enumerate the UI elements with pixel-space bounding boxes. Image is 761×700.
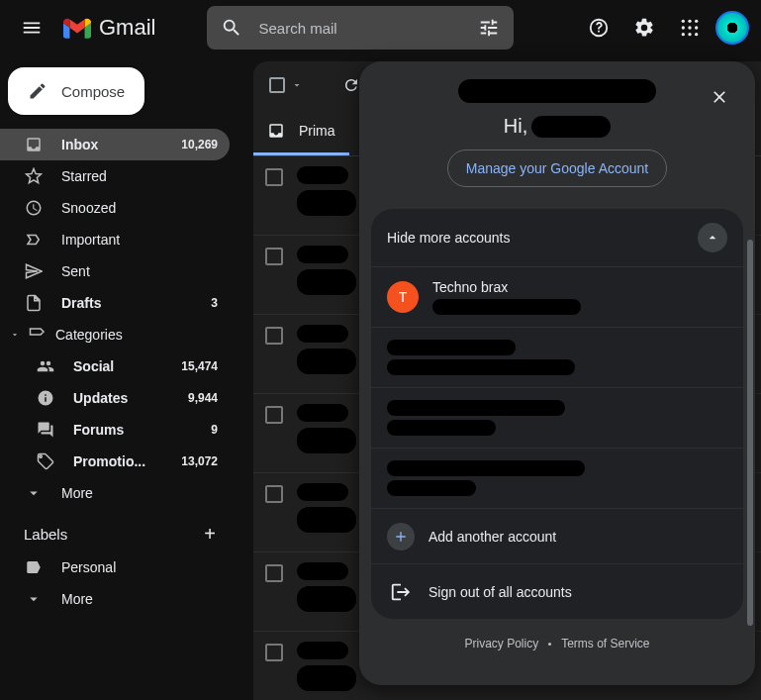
- search-input[interactable]: [248, 20, 472, 37]
- account-avatar-button[interactable]: [715, 11, 749, 45]
- close-icon: [710, 87, 729, 107]
- inbox-icon: [267, 122, 285, 140]
- search-icon: [221, 17, 242, 39]
- popup-footer: Privacy Policy Terms of Service: [359, 619, 755, 668]
- sidebar-item-more[interactable]: More: [0, 583, 230, 615]
- accounts-section: Hide more accounts T Techno brax: [371, 209, 743, 619]
- svg-point-1: [688, 20, 691, 23]
- manage-account-button[interactable]: Manage your Google Account: [447, 150, 667, 187]
- forum-icon: [36, 421, 55, 439]
- info-icon: [36, 389, 55, 407]
- file-icon: [24, 294, 44, 312]
- apps-grid-icon: [680, 18, 700, 38]
- star-icon: [24, 167, 44, 185]
- caret-down-icon[interactable]: [291, 79, 303, 91]
- compose-label: Compose: [61, 83, 125, 100]
- app-header: Gmail: [0, 0, 761, 55]
- inbox-icon: [24, 136, 44, 153]
- redacted-name: [531, 116, 611, 138]
- chevron-up-icon: [705, 230, 720, 246]
- terms-link[interactable]: Terms of Service: [561, 637, 649, 650]
- hide-accounts-toggle[interactable]: Hide more accounts: [371, 209, 743, 266]
- sidebar-item-more[interactable]: More: [0, 477, 230, 509]
- header-actions: [579, 8, 749, 48]
- account-name: Techno brax: [432, 279, 581, 295]
- tune-icon: [478, 17, 500, 39]
- search-button[interactable]: [215, 8, 248, 48]
- tag-icon: [36, 452, 55, 470]
- svg-point-0: [682, 20, 685, 23]
- svg-point-6: [682, 33, 685, 36]
- gmail-logo[interactable]: Gmail: [63, 15, 155, 41]
- account-item-redacted-2[interactable]: [371, 387, 743, 448]
- mail-checkbox[interactable]: [265, 327, 283, 345]
- refresh-icon[interactable]: [342, 76, 360, 94]
- sign-out-button[interactable]: Sign out of all accounts: [371, 563, 743, 619]
- sidebar-item-forums[interactable]: Forums 9: [0, 414, 230, 446]
- gear-icon: [633, 17, 655, 39]
- mail-checkbox[interactable]: [265, 564, 283, 582]
- account-item-techno-brax[interactable]: T Techno brax: [371, 266, 743, 327]
- compose-button[interactable]: Compose: [8, 67, 144, 115]
- sidebar-item-updates[interactable]: Updates 9,944: [0, 382, 230, 414]
- svg-point-5: [695, 26, 698, 29]
- sidebar-item-inbox[interactable]: Inbox 10,269: [0, 129, 230, 160]
- support-button[interactable]: [579, 8, 618, 48]
- account-item-redacted-3[interactable]: [371, 448, 743, 508]
- clock-icon: [24, 199, 44, 217]
- chev-icon: [24, 484, 44, 502]
- settings-button[interactable]: [624, 8, 664, 48]
- pencil-icon: [28, 81, 48, 101]
- svg-point-4: [688, 26, 691, 29]
- search-options-button[interactable]: [472, 8, 506, 48]
- label-icon: [24, 558, 44, 576]
- send-icon: [24, 262, 44, 280]
- svg-point-7: [688, 33, 691, 36]
- greeting: Hi,: [504, 115, 611, 138]
- svg-point-3: [682, 26, 685, 29]
- redacted-email: [458, 79, 656, 103]
- google-apps-button[interactable]: [670, 8, 710, 48]
- account-avatar: T: [387, 281, 419, 313]
- mail-checkbox[interactable]: [265, 644, 283, 661]
- sidebar-item-promotio-[interactable]: Promotio... 13,072: [0, 446, 230, 477]
- important-icon: [24, 231, 44, 249]
- svg-point-8: [695, 33, 698, 36]
- redacted-account-email: [432, 299, 581, 315]
- account-item-redacted-1[interactable]: [371, 327, 743, 387]
- sidebar-item-snoozed[interactable]: Snoozed: [0, 192, 230, 224]
- sidebar-item-categories[interactable]: Categories: [0, 319, 230, 350]
- caret-icon: [10, 330, 20, 340]
- labels-header: Labels +: [0, 509, 230, 551]
- mail-checkbox[interactable]: [265, 406, 283, 424]
- select-all-checkbox[interactable]: [269, 77, 285, 93]
- mail-checkbox[interactable]: [265, 168, 283, 186]
- svg-point-2: [695, 20, 698, 23]
- sidebar-item-personal[interactable]: Personal: [0, 551, 230, 583]
- app-name: Gmail: [99, 15, 155, 41]
- search-bar[interactable]: [207, 6, 514, 50]
- sidebar-item-starred[interactable]: Starred: [0, 160, 230, 192]
- account-popup: Hi, Manage your Google Account Hide more…: [359, 61, 755, 685]
- hamburger-icon: [21, 17, 43, 39]
- plus-icon: [393, 529, 409, 545]
- mail-checkbox[interactable]: [265, 485, 283, 503]
- popup-scrollbar[interactable]: [747, 240, 753, 626]
- help-icon: [588, 17, 610, 39]
- gmail-icon: [63, 17, 91, 39]
- sidebar: Compose Inbox 10,269 Starred Snoozed Imp…: [0, 55, 238, 700]
- sidebar-item-important[interactable]: Important: [0, 224, 230, 255]
- privacy-link[interactable]: Privacy Policy: [464, 637, 538, 650]
- chev-icon: [24, 590, 44, 608]
- sidebar-item-social[interactable]: Social 15,474: [0, 350, 230, 382]
- add-label-button[interactable]: +: [204, 523, 216, 546]
- add-account-button[interactable]: Add another account: [371, 508, 743, 563]
- close-popup-button[interactable]: [702, 79, 737, 115]
- sidebar-item-sent[interactable]: Sent: [0, 255, 230, 287]
- mail-checkbox[interactable]: [265, 248, 283, 265]
- signout-icon: [390, 581, 412, 603]
- people-icon: [36, 357, 55, 375]
- tab-primary[interactable]: Prima: [253, 109, 349, 155]
- main-menu-button[interactable]: [12, 8, 51, 48]
- sidebar-item-drafts[interactable]: Drafts 3: [0, 287, 230, 319]
